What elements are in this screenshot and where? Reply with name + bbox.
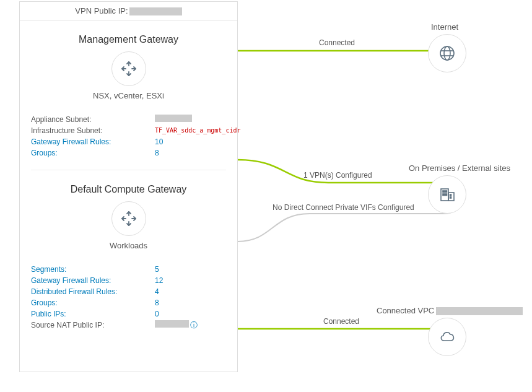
- mgmt-title: Management Gateway: [31, 34, 226, 45]
- mgmt-groups-value[interactable]: 8: [155, 147, 226, 159]
- mgmt-gateway-icon: [111, 51, 146, 86]
- dist-firewall-value[interactable]: 4: [155, 286, 226, 297]
- svg-rect-7: [445, 194, 447, 196]
- compute-firewall-rules-link[interactable]: Gateway Firewall Rules:: [31, 275, 155, 286]
- vpn-public-ip-value-redacted: [129, 7, 182, 15]
- svg-rect-8: [450, 194, 451, 196]
- compute-gateway-section: Default Compute Gateway Workloads Segmen…: [20, 170, 237, 342]
- vpc-value-redacted: [436, 307, 523, 315]
- svg-point-1: [444, 46, 450, 60]
- compute-gateway-icon: [111, 201, 146, 236]
- dist-firewall-link[interactable]: Distributed Firewall Rules:: [31, 286, 155, 297]
- compute-title: Default Compute Gateway: [31, 184, 226, 195]
- vpc-node[interactable]: [428, 318, 466, 356]
- snat-value-redacted: [155, 320, 189, 328]
- compute-groups-link[interactable]: Groups:: [31, 297, 155, 308]
- vpn-public-ip-label: VPN Public IP:: [75, 6, 128, 15]
- mgmt-firewall-rules-value[interactable]: 10: [155, 136, 226, 147]
- management-gateway-section: Management Gateway NSX, vCenter, ESXi Ap…: [20, 20, 237, 170]
- gateways-panel: VPN Public IP: Management Gateway NSX, v…: [19, 1, 238, 372]
- svg-rect-6: [443, 194, 445, 196]
- mgmt-subtitle: NSX, vCenter, ESXi: [31, 91, 226, 100]
- svg-rect-5: [445, 191, 447, 193]
- compute-details: Segments: 5 Gateway Firewall Rules: 12 D…: [31, 264, 226, 331]
- internet-conn-status: Connected: [319, 38, 355, 47]
- public-ips-link[interactable]: Public IPs:: [31, 308, 155, 320]
- infra-subnet-value: TF_VAR_sddc_a_mgmt_cidr: [155, 125, 240, 136]
- public-ips-value[interactable]: 0: [155, 308, 226, 320]
- info-icon[interactable]: ⓘ: [190, 320, 198, 331]
- dx-conn-status: No Direct Connect Private VIFs Configure…: [273, 203, 414, 212]
- svg-rect-9: [450, 197, 451, 198]
- snat-label: Source NAT Public IP:: [31, 320, 155, 331]
- compute-groups-value[interactable]: 8: [155, 297, 226, 308]
- onprem-label: On Premises / External sites: [409, 163, 510, 173]
- appliance-subnet-value-redacted: [155, 115, 192, 122]
- onprem-node[interactable]: [428, 175, 466, 214]
- mgmt-firewall-rules-link[interactable]: Gateway Firewall Rules:: [31, 136, 155, 147]
- compute-subtitle: Workloads: [31, 241, 226, 250]
- mgmt-groups-link[interactable]: Groups:: [31, 147, 155, 159]
- compute-firewall-rules-value[interactable]: 12: [155, 275, 226, 286]
- mgmt-details: Appliance Subnet: Infrastructure Subnet:…: [31, 114, 226, 159]
- internet-node[interactable]: [428, 34, 466, 72]
- vpn-conn-status: 1 VPN(s) Configured: [303, 171, 372, 180]
- segments-value[interactable]: 5: [155, 264, 226, 275]
- vpn-public-ip-header: VPN Public IP:: [20, 2, 237, 20]
- vpc-label: Connected VPC: [377, 306, 523, 315]
- internet-label: Internet: [431, 22, 458, 32]
- segments-link[interactable]: Segments:: [31, 264, 155, 275]
- appliance-subnet-label: Appliance Subnet:: [31, 114, 155, 125]
- svg-point-0: [440, 46, 454, 60]
- vpc-conn-status: Connected: [323, 317, 359, 326]
- infra-subnet-label: Infrastructure Subnet:: [31, 125, 155, 136]
- svg-rect-4: [443, 191, 445, 193]
